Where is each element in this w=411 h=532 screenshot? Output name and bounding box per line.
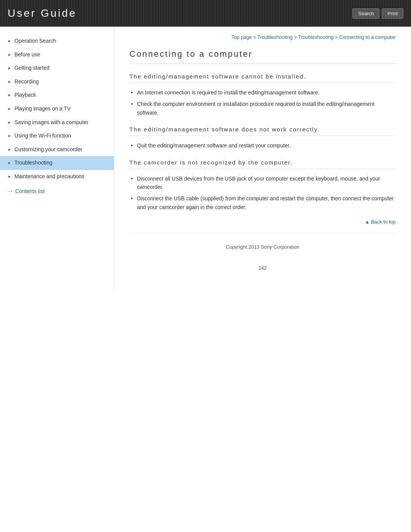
main-layout: ► Operation Search ► Before use ► Gettin… (0, 27, 411, 290)
sidebar-item-label: Using the Wi-Fi function (14, 132, 106, 140)
arrow-right-icon: → (8, 188, 13, 194)
breadcrumb-troubleshooting-2[interactable]: Troubleshooting (298, 34, 334, 40)
contents-list-label: Contents list (15, 188, 45, 194)
list-item: Disconnect the USB cable (supplied) from… (129, 194, 396, 211)
header-actions: Search Print (352, 8, 403, 19)
chevron-right-icon: ► (8, 38, 11, 44)
sidebar-item-recording[interactable]: ► Recording (0, 75, 114, 89)
sidebar-item-label: Playing images on a TV (14, 105, 106, 113)
header: User Guide Search Print (0, 0, 411, 27)
footer: Copyright 2013 Sony Corporation (129, 232, 396, 257)
sidebar-item-label: Playback (14, 91, 106, 99)
list-item: Quit the editing/management software and… (129, 141, 396, 150)
app-title: User Guide (8, 7, 77, 19)
page-title: Connecting to a computer (129, 49, 396, 64)
page-number: 142 (129, 257, 396, 275)
breadcrumb-troubleshooting-1[interactable]: Troubleshooting (257, 34, 293, 40)
sidebar-item-label: Recording (14, 78, 106, 86)
sidebar-item-playback[interactable]: ► Playback (0, 88, 114, 102)
sidebar-item-operation-search[interactable]: ► Operation Search (0, 34, 114, 48)
section-heading-2: The editing/management software does not… (129, 126, 396, 136)
sidebar-item-before-use[interactable]: ► Before use (0, 48, 114, 62)
print-button[interactable]: Print (382, 8, 403, 19)
back-to-top: ▲ Back to top (129, 219, 396, 225)
breadcrumb-separator: > (253, 34, 257, 40)
breadcrumb-separator: > (335, 34, 339, 40)
sidebar-item-label: Troubleshooting (14, 159, 106, 167)
section-1-bullets: An Internet connection is required to in… (129, 88, 396, 117)
breadcrumb-connecting-computer[interactable]: Connecting to a computer (339, 34, 396, 40)
contents-list-link[interactable]: → Contents list (0, 184, 114, 199)
sidebar-item-label: Maintenance and precautions (14, 173, 106, 181)
sidebar-item-maintenance[interactable]: ► Maintenance and precautions (0, 170, 114, 184)
chevron-right-icon: ► (8, 147, 11, 152)
breadcrumb: Top page > Troubleshooting > Troubleshoo… (129, 34, 396, 40)
chevron-right-icon: ► (8, 52, 11, 58)
section-heading-3: The camcorder is not recognized by the c… (129, 159, 396, 169)
chevron-right-icon: ► (8, 106, 11, 112)
section-heading-1: The editing/management software cannot b… (129, 73, 396, 83)
sidebar-item-label: Customizing your camcorder (14, 146, 106, 153)
sidebar-item-saving-images[interactable]: ► Saving images with a computer (0, 116, 114, 129)
chevron-right-icon: ► (8, 160, 11, 166)
chevron-right-icon: ► (8, 79, 11, 85)
section-3-bullets: Disconnect all USB devices from the USB … (129, 174, 396, 212)
chevron-right-icon: ► (8, 120, 11, 125)
list-item: An Internet connection is required to in… (129, 88, 396, 97)
sidebar-item-label: Saving images with a computer (14, 119, 106, 126)
breadcrumb-separator: > (294, 34, 298, 40)
breadcrumb-top-page[interactable]: Top page (231, 34, 252, 40)
sidebar-item-troubleshooting[interactable]: ► Troubleshooting (0, 156, 114, 170)
sidebar-item-label: Getting started (14, 64, 106, 72)
back-to-top-link[interactable]: ▲ Back to top (365, 219, 396, 225)
sidebar-item-label: Operation Search (14, 37, 106, 45)
chevron-right-icon: ► (8, 66, 11, 71)
list-item: Check the computer environment or instal… (129, 100, 396, 117)
chevron-right-icon: ► (8, 133, 11, 139)
sidebar-item-getting-started[interactable]: ► Getting started (0, 61, 114, 75)
chevron-right-icon: ► (8, 93, 11, 98)
sidebar-item-playing-images-tv[interactable]: ► Playing images on a TV (0, 102, 114, 116)
list-item: Disconnect all USB devices from the USB … (129, 174, 396, 192)
copyright-text: Copyright 2013 Sony Corporation (226, 244, 299, 250)
content-area: Top page > Troubleshooting > Troubleshoo… (114, 27, 411, 290)
search-button[interactable]: Search (352, 8, 379, 19)
sidebar-item-customizing[interactable]: ► Customizing your camcorder (0, 143, 114, 157)
chevron-right-icon: ► (8, 174, 11, 179)
section-2-bullets: Quit the editing/management software and… (129, 141, 396, 150)
sidebar: ► Operation Search ► Before use ► Gettin… (0, 27, 114, 290)
sidebar-item-wifi[interactable]: ► Using the Wi-Fi function (0, 129, 114, 143)
sidebar-item-label: Before use (14, 51, 106, 59)
